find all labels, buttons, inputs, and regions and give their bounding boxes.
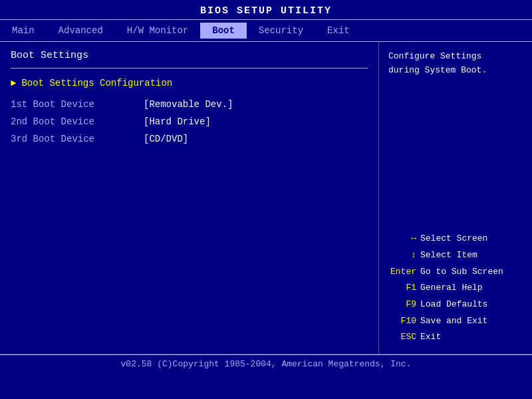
menu-item-boot[interactable]: Boot	[200, 23, 247, 39]
boot-option-value: [Removable Dev.]	[144, 99, 233, 110]
key-help-row: ESCExit	[388, 329, 523, 346]
menu-item-advanced[interactable]: Advanced	[47, 23, 115, 39]
key-help-row: EnterGo to Sub Screen	[388, 264, 523, 281]
key-help-row: ↔Select Screen	[388, 231, 523, 247]
key-desc: Load Defaults	[420, 297, 487, 313]
boot-option-value: [CD/DVD]	[144, 134, 188, 144]
footer: v02.58 (C)Copyright 1985-2004, American …	[0, 354, 532, 374]
boot-option-row[interactable]: 1st Boot Device[Removable Dev.]	[11, 99, 368, 110]
key-desc: Save and Exit	[420, 313, 487, 330]
key-name: ↕	[388, 247, 416, 264]
submenu-label: Boot Settings Configuration	[21, 78, 172, 88]
right-panel: Configure Settings during System Boot. ↔…	[379, 42, 532, 354]
key-desc: Go to Sub Screen	[420, 264, 503, 281]
key-name: ESC	[388, 329, 416, 346]
key-name: F9	[388, 297, 416, 313]
key-help-row: F10Save and Exit	[388, 313, 523, 330]
boot-option-label: 3rd Boot Device	[11, 134, 144, 144]
key-desc: General Help	[420, 280, 483, 297]
menu-item-main[interactable]: Main	[0, 23, 47, 39]
help-text: Configure Settings during System Boot.	[388, 50, 523, 78]
submenu-arrow: ►	[11, 78, 16, 88]
boot-option-value: [Hard Drive]	[144, 116, 211, 127]
menu-item-security[interactable]: Security	[247, 23, 315, 39]
key-name: ↔	[388, 231, 416, 247]
boot-option-label: 1st Boot Device	[11, 99, 144, 110]
key-help: ↔Select Screen↕Select ItemEnterGo to Sub…	[388, 231, 523, 346]
boot-option-row[interactable]: 2nd Boot Device[Hard Drive]	[11, 116, 368, 127]
key-name: F10	[388, 313, 416, 330]
divider	[11, 68, 368, 68]
menu-bar: MainAdvancedH/W MonitorBootSecurityExit	[0, 19, 532, 42]
boot-options-list: 1st Boot Device[Removable Dev.]2nd Boot …	[11, 99, 368, 144]
content-area: Boot Settings ► Boot Settings Configurat…	[0, 42, 532, 354]
left-panel: Boot Settings ► Boot Settings Configurat…	[0, 42, 379, 354]
key-desc: Select Item	[420, 247, 477, 264]
boot-option-row[interactable]: 3rd Boot Device[CD/DVD]	[11, 134, 368, 144]
menu-item-h/w-monitor[interactable]: H/W Monitor	[115, 23, 200, 39]
key-help-row: ↕Select Item	[388, 247, 523, 264]
boot-option-label: 2nd Boot Device	[11, 116, 144, 127]
bios-title: BIOS SETUP UTILITY	[0, 0, 532, 19]
boot-settings-config-item[interactable]: ► Boot Settings Configuration	[11, 78, 368, 88]
key-name: F1	[388, 280, 416, 297]
key-name: Enter	[388, 264, 416, 281]
key-help-row: F1General Help	[388, 280, 523, 297]
section-heading: Boot Settings	[11, 50, 368, 61]
key-desc: Select Screen	[420, 231, 487, 247]
menu-item-exit[interactable]: Exit	[315, 23, 362, 39]
key-help-row: F9Load Defaults	[388, 297, 523, 313]
key-desc: Exit	[420, 329, 441, 346]
